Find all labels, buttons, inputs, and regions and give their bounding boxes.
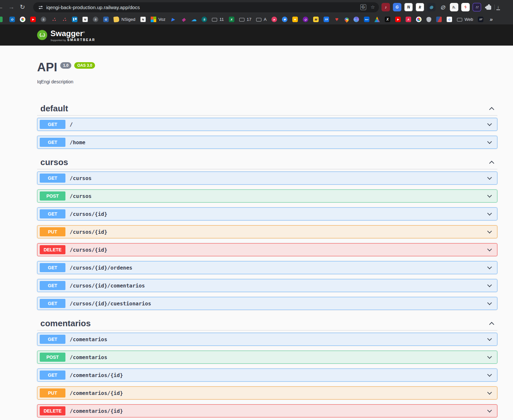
section-header-cursos[interactable]: cursos bbox=[37, 157, 497, 169]
bookmark-outlook[interactable]: O bbox=[9, 17, 15, 22]
miro-icon: M bbox=[313, 17, 319, 22]
bookmark-asana-dots-2[interactable]: ∴ bbox=[62, 17, 67, 22]
bookmark-blue-diamond-circle[interactable]: ◆ bbox=[282, 17, 287, 22]
bookmark-power-apps[interactable]: ◆ bbox=[181, 17, 186, 22]
bookmark-split-shape[interactable] bbox=[436, 17, 442, 22]
opblock-get-/comentarios/{id}[interactable]: GET/comentarios/{id} bbox=[37, 369, 497, 382]
extension-read-aloud[interactable]: ♪ bbox=[381, 3, 390, 11]
url-text[interactable]: iqengi-back-production.up.railway.app/do… bbox=[46, 5, 356, 10]
expand-operation-icon[interactable] bbox=[487, 139, 492, 144]
opblock-delete-/comentarios/{id}[interactable]: DELETE/comentarios/{id} bbox=[37, 404, 497, 417]
expand-operation-icon[interactable] bbox=[487, 229, 492, 233]
section-header-default[interactable]: default bbox=[37, 103, 497, 116]
opblock-get-/cursos[interactable]: GET/cursos bbox=[37, 172, 497, 185]
bookmark-power-automate[interactable]: ▶ bbox=[170, 17, 176, 22]
extension-readwise[interactable]: R bbox=[416, 3, 424, 11]
expand-operation-icon[interactable] bbox=[487, 121, 492, 126]
forward-button[interactable]: → bbox=[6, 0, 17, 14]
bookmark-onedrive[interactable]: ☁ bbox=[191, 17, 197, 22]
extension-google-translate[interactable]: G bbox=[393, 3, 401, 11]
bookmark-apple[interactable] bbox=[426, 17, 431, 22]
translate-page-icon[interactable]: G bbox=[360, 4, 366, 10]
bookmark-purple-diamond-circle[interactable]: ◇ bbox=[303, 17, 308, 22]
expand-operation-icon[interactable] bbox=[487, 211, 492, 216]
downloads-button[interactable]: ↓ bbox=[496, 5, 500, 10]
address-bar[interactable]: iqengi-back-production.up.railway.app/do… bbox=[33, 2, 379, 12]
bookmark-gray-globe[interactable]: S bbox=[41, 17, 46, 22]
opblock-post-/comentarios[interactable]: POST/comentarios bbox=[37, 351, 497, 364]
opblock-get-/home[interactable]: GET/home bbox=[37, 136, 497, 149]
bookmark-rainbow-m[interactable] bbox=[416, 17, 422, 22]
youtube-icon: ▸ bbox=[30, 17, 36, 22]
bookmark-star-icon[interactable]: ☆ bbox=[371, 4, 375, 10]
bookmark-tradingview[interactable]: 17 bbox=[478, 17, 483, 22]
expand-operation-icon[interactable] bbox=[487, 336, 492, 341]
bookmark-folder-11[interactable]: 11 bbox=[212, 17, 224, 22]
bookmark-chrome-colorful-app[interactable] bbox=[20, 17, 25, 22]
extension-pen-circle[interactable]: ⊘ bbox=[438, 3, 447, 11]
extension-dots-grid[interactable]: ∷ bbox=[473, 3, 481, 11]
opblock-get-/cursos/{id}/cuestionarios[interactable]: GET/cursos/{id}/cuestionarios bbox=[37, 297, 497, 310]
bookmark-bookmarks-overflow[interactable]: » bbox=[488, 17, 494, 22]
expand-operation-icon[interactable] bbox=[487, 372, 492, 377]
bookmark-folder-web[interactable]: Web bbox=[457, 17, 473, 22]
bookmark-red-a[interactable]: A bbox=[406, 17, 411, 22]
opblock-get-/cursos/{id}/comentarios[interactable]: GET/cursos/{id}/comentarios bbox=[37, 279, 497, 292]
bookmark-notion-2[interactable]: N bbox=[140, 17, 146, 22]
bookmark-youtube-2[interactable]: ▸ bbox=[395, 17, 401, 22]
opblock-put-/comentarios/{id}[interactable]: PUT/comentarios/{id} bbox=[37, 386, 497, 399]
site-settings-icon[interactable] bbox=[38, 5, 43, 9]
collapse-section-icon[interactable] bbox=[489, 107, 494, 112]
extension-notion-clipper[interactable]: N bbox=[404, 3, 413, 11]
bookmark-trello[interactable] bbox=[72, 17, 77, 22]
section-header-comentarios[interactable]: comentarios bbox=[37, 318, 497, 330]
opblock-get-/cursos/{id}[interactable]: GET/cursos/{id} bbox=[37, 207, 497, 220]
expand-operation-icon[interactable] bbox=[487, 265, 492, 269]
extension-hypothesis[interactable]: h. bbox=[450, 3, 458, 11]
bookmark-google-keep[interactable]: • bbox=[292, 17, 298, 22]
bookmark-google-drive[interactable] bbox=[374, 17, 380, 22]
bookmark-excel[interactable]: X bbox=[229, 17, 234, 22]
bookmark-gcal-19[interactable]: 19 bbox=[324, 17, 329, 22]
opblock-get-/[interactable]: GET/ bbox=[37, 118, 497, 131]
bookmark-pink-gear[interactable]: ▸ bbox=[271, 17, 277, 22]
expand-operation-icon[interactable] bbox=[487, 283, 492, 287]
opblock-get-/comentarios[interactable]: GET/comentarios bbox=[37, 333, 497, 346]
bookmark-heart[interactable]: ♥ bbox=[334, 17, 340, 22]
expand-operation-icon[interactable] bbox=[487, 390, 492, 395]
bookmark-x-twitter[interactable]: X bbox=[385, 17, 390, 22]
back-button[interactable]: ← bbox=[0, 0, 6, 14]
reload-button[interactable]: ↻ bbox=[17, 0, 28, 14]
expand-operation-icon[interactable] bbox=[487, 175, 492, 180]
bookmark-folder-a[interactable]: A bbox=[256, 17, 267, 22]
operation-path: /cursos/{id} bbox=[70, 229, 107, 235]
bookmark-folder-17[interactable]: 17 bbox=[239, 17, 251, 22]
expand-operation-icon[interactable] bbox=[487, 193, 492, 198]
bookmark-nsiged[interactable]: NSiged bbox=[114, 17, 135, 22]
collapse-section-icon[interactable] bbox=[489, 322, 494, 327]
bookmark-gray-globe-2[interactable]: S bbox=[93, 17, 98, 22]
bookmark-microsoft-voz[interactable]: Voz bbox=[151, 17, 166, 22]
bookmark-asana-dots[interactable]: ∴ bbox=[51, 17, 57, 22]
extension-zigzag[interactable]: ϟ bbox=[461, 3, 470, 11]
bookmark-sharepoint[interactable]: S bbox=[201, 17, 207, 22]
bookmark-box[interactable]: box bbox=[364, 17, 369, 22]
opblock-put-/cursos/{id}[interactable]: PUT/cursos/{id} bbox=[37, 225, 497, 238]
expand-operation-icon[interactable] bbox=[487, 247, 492, 251]
opblock-get-/cursos/{id}/ordenes[interactable]: GET/cursos/{id}/ordenes bbox=[37, 261, 497, 274]
bookmark-swirl-app[interactable] bbox=[354, 17, 359, 22]
expand-operation-icon[interactable] bbox=[487, 354, 492, 359]
bookmark-youtube[interactable]: ▸ bbox=[30, 17, 36, 22]
collapse-section-icon[interactable] bbox=[489, 161, 494, 166]
expand-operation-icon[interactable] bbox=[487, 301, 492, 305]
extensions-puzzle-icon[interactable] bbox=[484, 3, 493, 11]
bookmark-notion[interactable]: N bbox=[82, 17, 88, 22]
extension-react-devtools[interactable]: ◎ bbox=[427, 3, 436, 11]
expand-operation-icon[interactable] bbox=[487, 408, 492, 413]
bookmark-g-docs-blue[interactable]: G bbox=[103, 17, 109, 22]
bookmark-google-translate-fav[interactable]: G bbox=[447, 17, 452, 22]
opblock-post-/cursos[interactable]: POST/cursos bbox=[37, 189, 497, 203]
bookmark-miro[interactable]: M bbox=[313, 17, 319, 22]
opblock-delete-/cursos/{id}[interactable]: DELETE/cursos/{id} bbox=[37, 243, 497, 256]
bookmark-google-maps[interactable] bbox=[344, 17, 349, 21]
